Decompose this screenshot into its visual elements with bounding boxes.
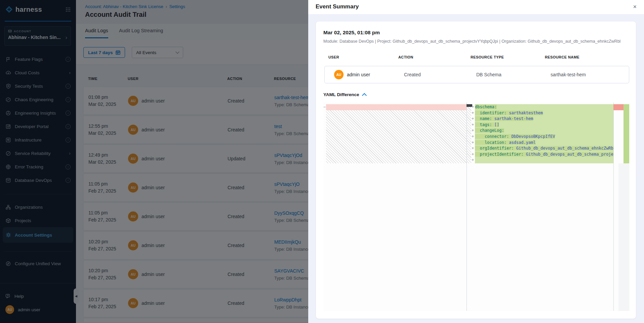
yaml-line: changeLog:: [475, 128, 613, 134]
event-table-header: USER ACTION RESOURCE TYPE RESOURCE NAME: [316, 55, 636, 59]
drawer-body: Mar 02, 2025, 01:08 pm Module: Database …: [308, 14, 644, 323]
yaml-line: identifier: sarthaktesthem: [475, 110, 613, 116]
diff-overview-removed-mark: [613, 104, 623, 110]
added-line-markers: + + + + + + + + + +: [472, 104, 475, 163]
drawer-title: Event Summary: [316, 3, 359, 10]
chevron-up-icon: [362, 93, 366, 97]
event-meta: Module: Database DevOps | Project: Githu…: [323, 39, 629, 44]
close-icon[interactable]: ×: [631, 3, 639, 11]
col-resource-type: RESOURCE TYPE: [471, 55, 545, 59]
event-resource-type: DB Schema: [476, 72, 551, 77]
yaml-diff-viewer: − + + + + + + + + +: [323, 103, 630, 311]
removed-line-marker: −: [323, 105, 326, 109]
yaml-line: dbschema:: [475, 104, 613, 110]
yaml-line: orgIdentifier: Github_db_devops_aut_db_s…: [475, 146, 613, 152]
event-card: Mar 02, 2025, 01:08 pm Module: Database …: [316, 22, 636, 319]
col-action: ACTION: [398, 55, 471, 59]
event-summary-drawer: Event Summary × Mar 02, 2025, 01:08 pm M…: [308, 0, 644, 323]
yaml-line: connector: DbDevopsoBKpcpIfEV: [475, 134, 613, 140]
diff-removed-line: [326, 104, 467, 110]
diff-right-gutter-filler: [467, 107, 471, 163]
yaml-line: name: sarthak-test-hem: [475, 116, 613, 122]
diff-left-empty-filler: [326, 110, 467, 163]
diff-scroll-gutter[interactable]: [618, 163, 629, 311]
app-window: harness ACCOUNT Abhinav - Kitchen Sin...…: [0, 0, 644, 323]
yaml-line: projectIdentifier: Github_db_devops_aut_…: [475, 152, 613, 158]
event-action: Created: [404, 72, 476, 77]
yaml-line-empty: [475, 157, 613, 163]
drawer-header: Event Summary ×: [308, 0, 644, 14]
col-resource-name: RESOURCE NAME: [545, 55, 636, 59]
diff-added-lines: dbschema: identifier: sarthaktesthem nam…: [475, 104, 613, 163]
event-resource-name: sarthak-test-hem: [551, 72, 629, 77]
diff-overview-added-bar: [623, 104, 629, 163]
col-user: USER: [328, 55, 398, 59]
yaml-line: location: asdsad.yaml: [475, 140, 613, 146]
event-table-row: AU admin user Created DB Schema sarthak-…: [324, 66, 629, 83]
yaml-line: tags: []: [475, 122, 613, 128]
yaml-difference-toggle[interactable]: YAML Difference: [323, 92, 366, 97]
event-timestamp: Mar 02, 2025, 01:08 pm: [323, 30, 380, 36]
avatar: AU: [334, 70, 344, 79]
